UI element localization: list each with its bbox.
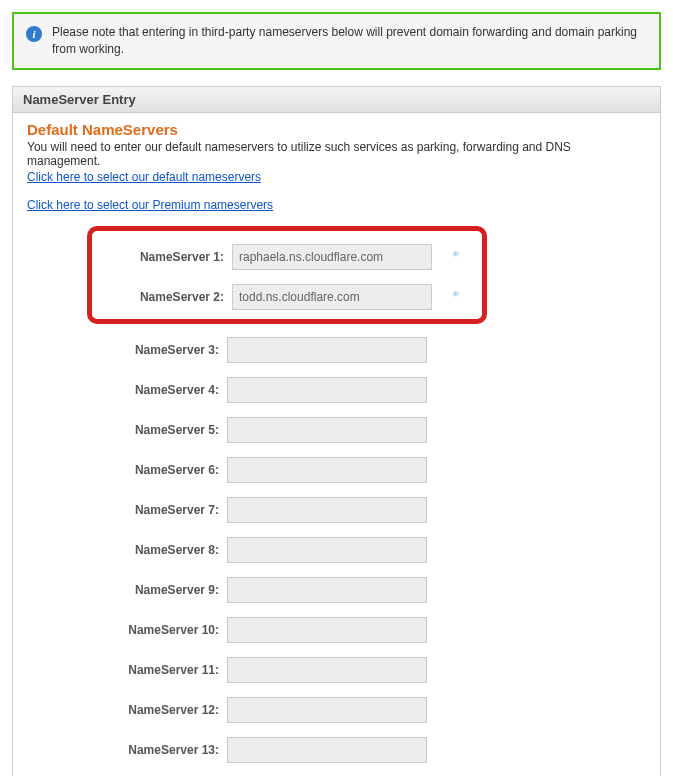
nameserver-row: NameServer 10: bbox=[97, 610, 646, 650]
nameserver-8-input[interactable] bbox=[227, 537, 427, 563]
nameserver-label: NameServer 5: bbox=[97, 423, 227, 437]
nameserver-label: NameServer 2: bbox=[102, 290, 232, 304]
link-default-nameservers[interactable]: Click here to select our default nameser… bbox=[27, 170, 261, 184]
nameserver-row: NameServer 3: bbox=[97, 330, 646, 370]
nameserver-row: NameServer 7: bbox=[97, 490, 646, 530]
nameserver-1-input[interactable] bbox=[232, 244, 432, 270]
nameserver-12-input[interactable] bbox=[227, 697, 427, 723]
panel-header: NameServer Entry bbox=[13, 87, 660, 113]
nameserver-label: NameServer 10: bbox=[97, 623, 227, 637]
nameserver-label: NameServer 7: bbox=[97, 503, 227, 517]
nameserver-panel: NameServer Entry Default NameServers You… bbox=[12, 86, 661, 776]
link-premium-nameservers[interactable]: Click here to select our Premium nameser… bbox=[27, 198, 273, 212]
panel-body: Default NameServers You will need to ent… bbox=[13, 113, 660, 776]
info-banner: i Please note that entering in third-par… bbox=[12, 12, 661, 70]
nameserver-label: NameServer 6: bbox=[97, 463, 227, 477]
nameserver-row: NameServer 5: bbox=[97, 410, 646, 450]
nameserver-4-input[interactable] bbox=[227, 377, 427, 403]
nameserver-row: NameServer 4: bbox=[97, 370, 646, 410]
info-icon: i bbox=[26, 26, 42, 42]
nameserver-row: NameServer 12: bbox=[97, 690, 646, 730]
nameserver-row: NameServer 8: bbox=[97, 530, 646, 570]
nameserver-5-input[interactable] bbox=[227, 417, 427, 443]
nameserver-11-input[interactable] bbox=[227, 657, 427, 683]
nameserver-label: NameServer 4: bbox=[97, 383, 227, 397]
nameserver-row: NameServer 1: * bbox=[102, 237, 472, 277]
nameserver-row: NameServer 11: bbox=[97, 650, 646, 690]
nameserver-7-input[interactable] bbox=[227, 497, 427, 523]
nameserver-label: NameServer 12: bbox=[97, 703, 227, 717]
section-title: Default NameServers bbox=[27, 121, 646, 138]
nameserver-9-input[interactable] bbox=[227, 577, 427, 603]
nameserver-label: NameServer 8: bbox=[97, 543, 227, 557]
nameserver-label: NameServer 1: bbox=[102, 250, 232, 264]
nameserver-3-input[interactable] bbox=[227, 337, 427, 363]
required-asterisk: * bbox=[452, 248, 460, 265]
info-banner-text: Please note that entering in third-party… bbox=[52, 24, 647, 58]
nameserver-6-input[interactable] bbox=[227, 457, 427, 483]
required-asterisk: * bbox=[452, 288, 460, 305]
nameserver-label: NameServer 13: bbox=[97, 743, 227, 757]
nameserver-2-input[interactable] bbox=[232, 284, 432, 310]
nameserver-label: NameServer 3: bbox=[97, 343, 227, 357]
nameserver-10-input[interactable] bbox=[227, 617, 427, 643]
nameserver-row: NameServer 6: bbox=[97, 450, 646, 490]
nameserver-row: NameServer 9: bbox=[97, 570, 646, 610]
nameserver-row: NameServer 13: bbox=[97, 730, 646, 770]
nameserver-label: NameServer 11: bbox=[97, 663, 227, 677]
nameserver-label: NameServer 9: bbox=[97, 583, 227, 597]
nameserver-13-input[interactable] bbox=[227, 737, 427, 763]
highlight-box: NameServer 1: * NameServer 2: * bbox=[87, 226, 487, 324]
nameserver-form: NameServer 1: * NameServer 2: * NameServ… bbox=[27, 226, 646, 776]
section-description: You will need to enter our default names… bbox=[27, 140, 646, 168]
nameserver-row: NameServer 2: * bbox=[102, 277, 472, 317]
